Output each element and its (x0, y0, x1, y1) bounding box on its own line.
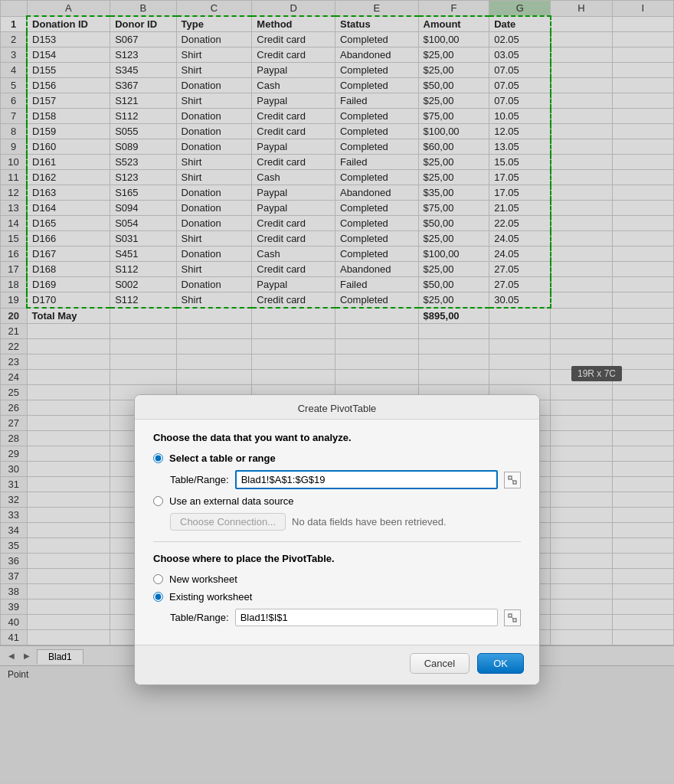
radio-external-source-label: Use an external data source (169, 495, 294, 507)
placement-section-title: Choose where to place the PivotTable. (153, 553, 521, 564)
radio-existing-worksheet[interactable] (153, 592, 163, 602)
svg-line-5 (512, 617, 513, 619)
placement-range-row: Table/Range: (170, 609, 521, 626)
analyze-section-title: Choose the data that you want to analyze… (153, 432, 521, 443)
svg-rect-4 (513, 619, 516, 622)
svg-rect-0 (509, 476, 512, 479)
placement-range-label: Table/Range: (170, 612, 229, 623)
radio-row-select-range: Select a table or range (153, 452, 521, 464)
radio-new-worksheet-label: New worksheet (169, 573, 237, 585)
radio-row-external: Use an external data source (153, 495, 521, 507)
radio-row-new-worksheet: New worksheet (153, 573, 521, 585)
no-data-text: No data fields have been retrieved. (292, 516, 447, 528)
range-icon-btn[interactable] (504, 472, 521, 488)
radio-select-range[interactable] (153, 453, 163, 463)
radio-external-source[interactable] (153, 496, 163, 506)
table-range-label: Table/Range: (170, 474, 229, 485)
placement-range-icon-btn[interactable] (504, 609, 521, 626)
radio-new-worksheet[interactable] (153, 574, 163, 584)
radio-select-range-label: Select a table or range (169, 452, 276, 464)
choose-connection-btn: Choose Connection... (170, 513, 286, 531)
svg-line-2 (512, 479, 513, 481)
svg-rect-1 (513, 481, 516, 484)
modal-overlay: Create PivotTable Choose the data that y… (0, 0, 674, 784)
placement-range-input[interactable] (235, 609, 498, 626)
radio-existing-worksheet-label: Existing worksheet (169, 591, 252, 603)
dialog-footer: Cancel OK (135, 645, 539, 684)
radio-row-existing-worksheet: Existing worksheet (153, 591, 521, 603)
dialog-title-bar: Create PivotTable (135, 395, 539, 420)
dialog-body: Choose the data that you want to analyze… (135, 420, 539, 645)
table-range-row: Table/Range: (170, 470, 521, 489)
cancel-button[interactable]: Cancel (410, 653, 470, 674)
create-pivot-dialog: Create PivotTable Choose the data that y… (134, 394, 540, 685)
range-icon-svg (508, 475, 517, 485)
table-range-input[interactable] (235, 470, 498, 489)
placement-range-icon-svg (508, 613, 517, 622)
dialog-title: Create PivotTable (298, 403, 377, 414)
dialog-divider (153, 541, 521, 542)
choose-connection-row: Choose Connection... No data fields have… (170, 513, 521, 531)
ok-button[interactable]: OK (477, 653, 524, 674)
svg-rect-3 (509, 614, 512, 617)
